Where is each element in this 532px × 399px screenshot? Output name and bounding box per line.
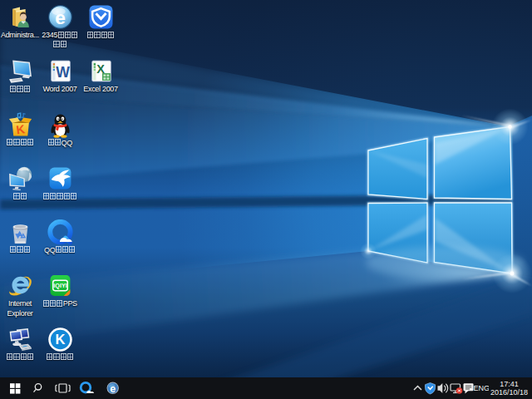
svg-text:X: X xyxy=(96,62,105,76)
svg-text:W: W xyxy=(56,64,70,81)
svg-text:e: e xyxy=(55,7,66,28)
svg-text:ENG: ENG xyxy=(473,384,489,392)
svg-text:iQIYI: iQIYI xyxy=(53,282,66,289)
svg-text:K: K xyxy=(55,332,65,347)
svg-text:e: e xyxy=(110,383,116,395)
